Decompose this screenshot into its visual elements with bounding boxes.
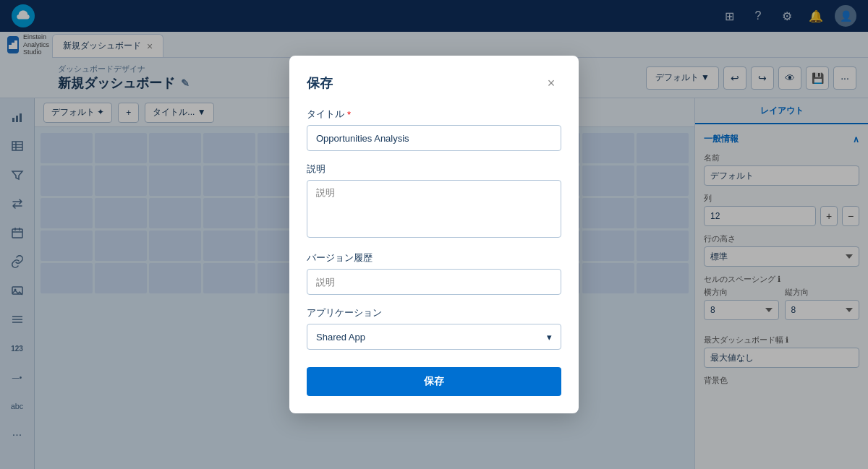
modal-title-input[interactable] (307, 125, 561, 151)
modal-version-field: バージョン履歴 (307, 251, 561, 295)
required-star: * (347, 109, 351, 120)
modal-header: 保存 × (307, 73, 561, 93)
modal-title-field: タイトル * (307, 108, 561, 151)
modal-app-dropdown-icon: ▾ (547, 332, 552, 343)
save-modal: 保存 × タイトル * 説明 バージョン履歴 アプリケーション Shared A… (289, 56, 579, 413)
modal-title-label: タイトル * (307, 108, 561, 121)
modal-save-button[interactable]: 保存 (307, 367, 561, 396)
modal-overlay: 保存 × タイトル * 説明 バージョン履歴 アプリケーション Shared A… (0, 0, 868, 469)
modal-app-label: アプリケーション (307, 306, 561, 319)
modal-version-input[interactable] (307, 269, 561, 295)
modal-app-field: アプリケーション Shared App ▾ (307, 306, 561, 350)
modal-close-button[interactable]: × (541, 73, 561, 93)
modal-description-label: 説明 (307, 163, 561, 176)
modal-description-field: 説明 (307, 163, 561, 240)
modal-app-select[interactable]: Shared App ▾ (307, 324, 561, 350)
modal-description-textarea[interactable] (307, 180, 561, 238)
modal-title: 保存 (307, 74, 333, 92)
modal-version-label: バージョン履歴 (307, 251, 561, 264)
modal-app-value: Shared App (316, 332, 365, 343)
